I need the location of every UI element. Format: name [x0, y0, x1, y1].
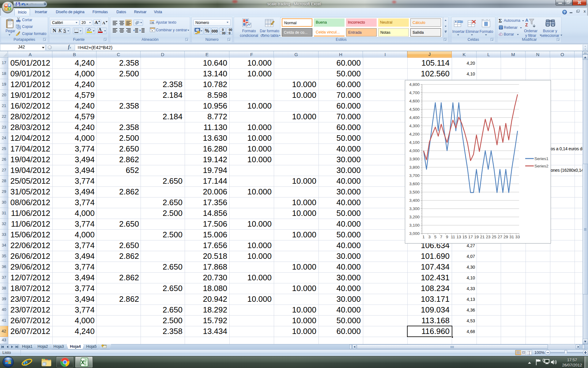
svg-text:4,600: 4,600	[409, 99, 420, 103]
svg-text:e: e	[23, 357, 28, 367]
svg-text:Series1: Series1	[534, 156, 548, 161]
svg-text:33: 33	[515, 235, 520, 239]
svg-text:Z: Z	[525, 22, 528, 27]
svg-text:3,700: 3,700	[409, 173, 420, 178]
svg-text:3,400: 3,400	[409, 198, 420, 203]
svg-text:3: 3	[428, 235, 431, 239]
svg-text:4,500: 4,500	[409, 107, 420, 112]
svg-text:7: 7	[440, 235, 443, 239]
svg-text:3,200: 3,200	[409, 215, 420, 219]
svg-text:1: 1	[422, 235, 425, 239]
svg-text:4,000: 4,000	[409, 148, 420, 153]
svg-text:3,600: 3,600	[409, 182, 420, 186]
svg-text:4,300: 4,300	[409, 124, 420, 128]
svg-text:3,300: 3,300	[409, 206, 420, 211]
svg-text:9: 9	[446, 235, 448, 239]
svg-text:a: a	[152, 29, 153, 32]
svg-text:3,000: 3,000	[409, 231, 420, 236]
svg-text:3,800: 3,800	[409, 165, 420, 170]
svg-text:11: 11	[451, 235, 455, 239]
svg-text:13: 13	[457, 235, 461, 239]
svg-text:31: 31	[509, 235, 514, 239]
svg-text:4,200: 4,200	[409, 132, 420, 136]
svg-text:23: 23	[486, 235, 491, 239]
svg-text:4,400: 4,400	[409, 115, 420, 120]
svg-text:19: 19	[474, 235, 479, 239]
svg-text:5: 5	[434, 235, 437, 239]
svg-text:3,100: 3,100	[409, 223, 420, 228]
svg-text:27: 27	[498, 235, 502, 239]
svg-text:29: 29	[503, 235, 508, 239]
svg-text:25: 25	[492, 235, 496, 239]
svg-text:Series2: Series2	[534, 164, 548, 168]
svg-text:21: 21	[480, 235, 484, 239]
svg-text:3,900: 3,900	[409, 157, 420, 161]
svg-text:3,500: 3,500	[409, 190, 420, 194]
svg-text:4,100: 4,100	[409, 140, 420, 145]
svg-text:A: A	[525, 18, 528, 23]
svg-text:15: 15	[462, 235, 467, 239]
svg-text:17: 17	[468, 235, 473, 239]
svg-text:4,800: 4,800	[409, 82, 420, 87]
svg-text:4,700: 4,700	[409, 90, 420, 95]
